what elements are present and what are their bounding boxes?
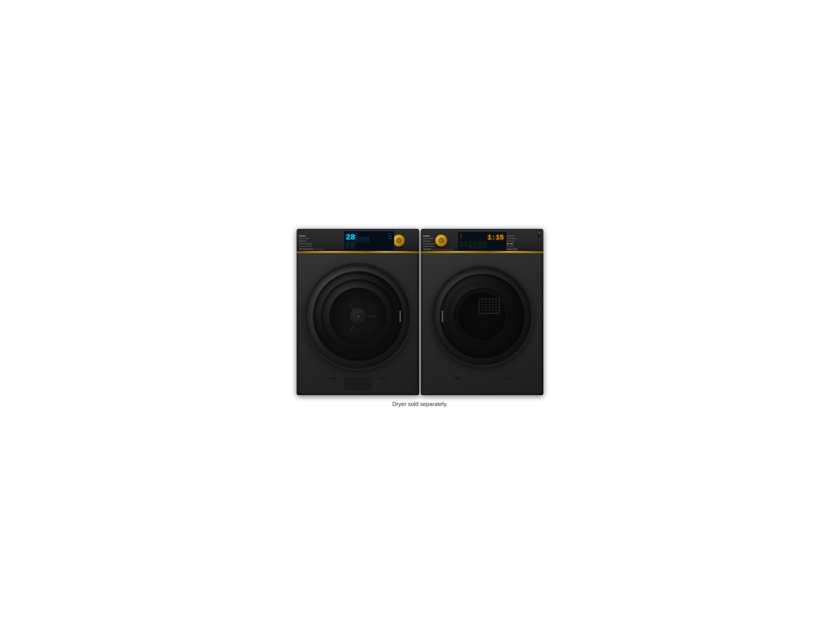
vent-hole bbox=[493, 299, 496, 302]
dryer-steam-cycles-label: 40 Steam Cycles bbox=[507, 249, 518, 250]
dryer-cycle-time-dry: TIME DRY bbox=[505, 243, 518, 245]
dryer-foot-right bbox=[504, 377, 511, 379]
dryer-btn-dryness[interactable]: Dryness bbox=[459, 246, 464, 247]
dryer-time-number: 1:15 bbox=[488, 234, 504, 241]
vent-hole bbox=[490, 305, 493, 307]
washer-feature-text: SuperSpeed Steam SmartThings bbox=[299, 248, 324, 250]
vent-hole bbox=[486, 308, 489, 310]
vent-hole bbox=[480, 302, 483, 304]
dryer-drum-interior bbox=[453, 288, 511, 345]
vent-hole bbox=[496, 308, 499, 310]
washer-display-wash-label: Wash bbox=[355, 233, 358, 234]
dryer-door-outer bbox=[434, 268, 531, 365]
dryer-cycle-perm-press: PERM PRESS bbox=[423, 246, 439, 247]
vent-hole bbox=[496, 302, 499, 304]
vent-hole bbox=[483, 310, 486, 313]
dryer-power-button[interactable] bbox=[537, 234, 541, 238]
washer-door-area bbox=[297, 253, 419, 376]
dryer-cycle-delicates: DELICATES bbox=[505, 235, 518, 237]
dryer-feet bbox=[421, 377, 543, 379]
dryer-btn-time[interactable]: Time bbox=[465, 246, 467, 247]
dryer-cycle-quick-dry: QUICK DRY bbox=[505, 240, 518, 242]
vent-hole bbox=[486, 310, 489, 313]
vent-hole bbox=[480, 310, 483, 313]
washer-cycle-bedding: BEDDING bbox=[299, 240, 313, 242]
washer-btn-rinse[interactable]: Rinse bbox=[359, 241, 362, 243]
dryer-cycle-dial[interactable] bbox=[435, 235, 447, 247]
appliance-container: SAMSUNG NORMAL HEAVY DUTY BEDDING STEAM … bbox=[291, 223, 549, 413]
vent-hole bbox=[493, 305, 496, 307]
washer-left-cycle-labels: NORMAL HEAVY DUTY BEDDING STEAM NORMAL S… bbox=[299, 235, 313, 250]
dryer: SAMSUNG NORMAL HEAVY DUTY BEDDING STEAM … bbox=[421, 229, 543, 395]
washer-display: 28 Pre Delay Speed SmartControl Ne bbox=[344, 231, 394, 250]
dryer-display-eco-dry: Eco bbox=[460, 233, 463, 235]
washer-btn-soil[interactable]: Soil bbox=[367, 241, 369, 243]
dryer-display-hi-label: Hi bbox=[460, 238, 463, 239]
dryer-btn-start[interactable]: Need toStart bbox=[483, 246, 486, 249]
vent-hole bbox=[480, 305, 483, 307]
washer-drum-hub bbox=[349, 308, 366, 325]
vent-hole bbox=[496, 299, 499, 302]
washer-cycle-steam-normal: STEAM NORMAL bbox=[299, 243, 313, 245]
dryer-door-area bbox=[421, 253, 543, 376]
caption-area: Dryer sold separately. bbox=[392, 401, 448, 408]
washer-btn-temp[interactable]: Temp bbox=[355, 241, 358, 243]
washer-door-middle bbox=[314, 272, 403, 361]
washer-cycle-dial[interactable] bbox=[393, 235, 405, 247]
dryer-cycle-activewear: ACTIVEWEAR bbox=[505, 238, 518, 240]
dryer-copper-accent-bar bbox=[421, 251, 543, 252]
vent-hole bbox=[480, 299, 483, 302]
vent-hole bbox=[486, 302, 489, 304]
washer-btn-need-start[interactable]: Need toStart bbox=[351, 246, 355, 249]
vent-hole bbox=[480, 308, 483, 310]
vent-hole bbox=[490, 308, 493, 310]
washer-control-panel: SAMSUNG NORMAL HEAVY DUTY BEDDING STEAM … bbox=[297, 229, 419, 253]
washer-cycle-normal: NORMAL bbox=[299, 235, 313, 237]
vent-hole bbox=[483, 302, 486, 304]
vent-hole bbox=[486, 305, 489, 307]
vent-hole bbox=[483, 299, 486, 302]
washer-drum-interior bbox=[329, 288, 387, 345]
washer-door-glass[interactable] bbox=[321, 279, 395, 354]
dryer-foot-left bbox=[453, 377, 461, 379]
dryer-power-label: ⏻ bbox=[538, 232, 540, 233]
dryer-btn-wrinkle[interactable]: WrinklePrevent bbox=[469, 246, 473, 249]
vent-hole bbox=[493, 310, 496, 313]
washer-foot-left bbox=[329, 377, 336, 379]
vent-hole bbox=[493, 302, 496, 304]
dryer-door-handle[interactable] bbox=[442, 310, 443, 322]
dryer-control-panel: SAMSUNG NORMAL HEAVY DUTY BEDDING STEAM … bbox=[421, 229, 543, 253]
vent-hole bbox=[493, 308, 496, 310]
dryer-display-small-info: Eco Adj Hi bbox=[460, 233, 463, 239]
dryer-display: Eco Adj Hi 1:15 Dryness Time bbox=[458, 232, 507, 250]
dryer-cycle-air-fluff: AIR FLUFF bbox=[505, 246, 518, 247]
washer-time-number: 28 bbox=[346, 233, 355, 242]
dryer-btn-smart-control[interactable]: SmartControl bbox=[478, 246, 482, 249]
washer-display-pre-soak: Pre bbox=[388, 233, 392, 235]
washer-door-handle[interactable] bbox=[399, 310, 401, 322]
dryer-door-glass[interactable] bbox=[447, 280, 518, 352]
dryer-door-middle bbox=[440, 274, 524, 359]
washer-btn-smart-control[interactable]: SmartControl bbox=[346, 246, 350, 249]
washer-display-map: Map: bbox=[355, 235, 358, 236]
washer-door-outer bbox=[306, 264, 410, 368]
washer-bottom-panel bbox=[344, 376, 373, 391]
machines-row: SAMSUNG NORMAL HEAVY DUTY BEDDING STEAM … bbox=[297, 229, 543, 395]
vent-hole bbox=[490, 302, 493, 304]
washer-display-speed: Speed bbox=[388, 238, 392, 239]
dryer-right-cycle-labels: DELICATES ACTIVEWEAR QUICK DRY TIME DRY … bbox=[505, 235, 518, 250]
washer-foot-right bbox=[379, 377, 387, 379]
dryer-vent-panel bbox=[478, 298, 500, 314]
vent-hole bbox=[490, 299, 493, 302]
washer-btn-spin[interactable]: Spin bbox=[363, 241, 365, 243]
vent-hole bbox=[483, 305, 486, 307]
vent-hole bbox=[483, 308, 486, 310]
washer-display-delay: Delay bbox=[388, 235, 392, 237]
caption-text: Dryer sold separately. bbox=[392, 401, 448, 407]
dryer-btn-drum-light[interactable]: DrumLight bbox=[474, 246, 477, 249]
vent-hole bbox=[496, 305, 499, 307]
vent-hole bbox=[496, 310, 499, 313]
vent-hole bbox=[490, 310, 493, 313]
dryer-feature-text: MultiSteam Moisture Sensor SmartThings bbox=[424, 249, 453, 250]
copper-accent-bar bbox=[297, 251, 419, 252]
